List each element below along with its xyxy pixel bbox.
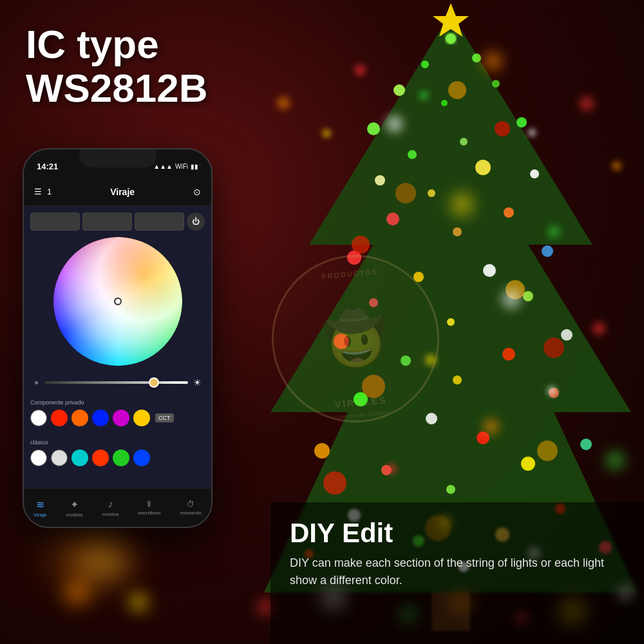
background-scene xyxy=(0,0,644,644)
bg-dark xyxy=(0,0,644,644)
